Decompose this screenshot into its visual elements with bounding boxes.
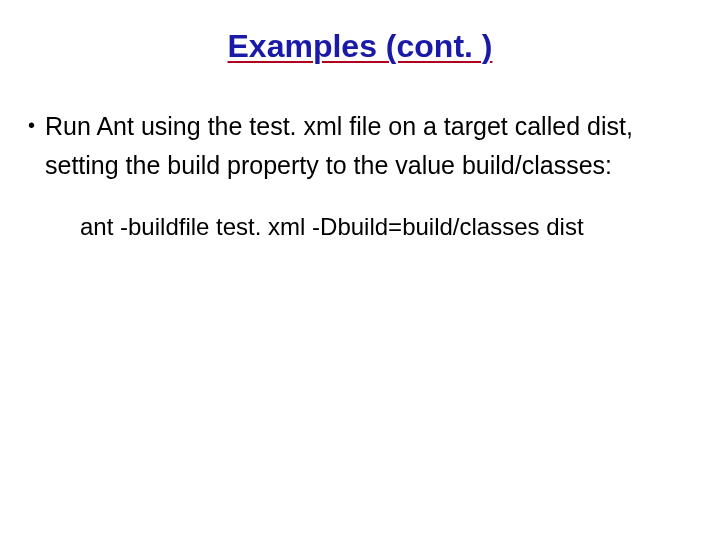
bullet-marker: • <box>28 107 35 143</box>
bullet-list: • Run Ant using the test. xml file on a … <box>28 107 692 241</box>
slide: Examples (cont. ) • Run Ant using the te… <box>0 28 720 540</box>
bullet-text: Run Ant using the test. xml file on a ta… <box>45 107 692 185</box>
slide-title: Examples (cont. ) <box>0 28 720 65</box>
command-text: ant -buildfile test. xml -Dbuild=build/c… <box>80 213 692 241</box>
bullet-item: • Run Ant using the test. xml file on a … <box>28 107 692 185</box>
